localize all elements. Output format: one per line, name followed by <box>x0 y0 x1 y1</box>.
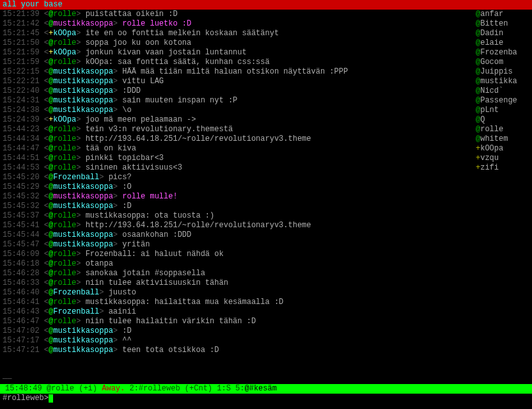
message-text: http://193.64.18.251/~rolle/revolutionar… <box>86 134 311 143</box>
message-text: niin tulee hailaitin värikin tähän :D <box>86 317 256 326</box>
nick[interactable]: Frozenball <box>53 288 99 297</box>
message-text: puistattaa oikein :D <box>86 10 178 19</box>
nicklist-name: zifi <box>480 163 499 172</box>
nick[interactable]: mustikkasoppa <box>53 96 113 105</box>
nicklist-item[interactable]: @anfar <box>476 10 532 19</box>
nicklist-name: rolle <box>480 125 503 134</box>
nick[interactable]: rolle <box>53 58 76 67</box>
nicklist-name: Gocom <box>480 58 503 67</box>
nicklist-item[interactable]: @Nicd` <box>476 86 532 96</box>
chat-line: 15:45:41 <@rolle> http://193.64.18.251/~… <box>0 221 474 230</box>
nick[interactable]: rolle <box>53 298 76 307</box>
nick[interactable]: rolle <box>53 154 76 163</box>
chat-line: 15:45:32 <@mustikkasoppa> :D <box>0 202 474 211</box>
chat-line: 15:24:38 <@mustikkasoppa> \o <box>0 106 474 115</box>
nick[interactable]: mustikkasoppa <box>53 19 113 28</box>
chat-log[interactable]: 15:21:39 <@rolle> puistattaa oikein :D15… <box>0 10 474 374</box>
chat-line: 15:47:21 <@mustikkasoppa> teen tota otsi… <box>0 346 474 355</box>
nicklist-name: mustikka <box>480 77 517 86</box>
nick[interactable]: mustikkasoppa <box>53 202 113 211</box>
nick[interactable]: mustikkasoppa <box>53 86 113 95</box>
chat-line: 15:46:43 <@Frozenball> aainii <box>0 307 474 317</box>
nicklist-name: Q <box>480 115 485 124</box>
message-text: :D <box>122 326 131 335</box>
message-text: juusto <box>109 288 136 297</box>
cursor <box>49 394 53 403</box>
nicklist-item[interactable]: @elaie <box>476 38 532 48</box>
nick[interactable]: rolle <box>53 163 76 172</box>
nick[interactable]: kOOpa <box>53 48 76 57</box>
nicklist-item[interactable]: @Bitten <box>476 19 532 29</box>
nick[interactable]: mustikkasoppa <box>53 240 113 249</box>
nicklist-item[interactable]: +zifi <box>476 163 532 173</box>
nick[interactable]: mustikkasoppa <box>53 182 113 191</box>
nick[interactable]: rolle <box>53 211 76 220</box>
chat-line: 15:44:47 <@rolle> tää on kiva <box>0 144 474 154</box>
nicklist-item[interactable]: @rolle <box>476 125 532 134</box>
timestamp: 15:21:59 <box>3 58 40 67</box>
nick[interactable]: mustikkasoppa <box>53 192 113 201</box>
timestamp: 15:21:39 <box>3 10 40 19</box>
nick[interactable]: mustikkasoppa <box>53 67 113 76</box>
timestamp: 15:24:31 <box>3 96 40 105</box>
timestamp: 15:47:21 <box>3 346 40 355</box>
nicklist-item[interactable]: @Gocom <box>476 58 532 67</box>
timestamp: 15:46:28 <box>3 269 40 278</box>
message-text: vittu LAG <box>122 77 164 86</box>
topic-text: all your base <box>3 0 63 9</box>
nick[interactable]: mustikkasoppa <box>53 336 113 345</box>
nicklist-name: anfar <box>480 10 503 19</box>
message-text: soppa joo ku oon kotona <box>86 38 192 47</box>
status-activity-chan: @#kesäm <box>245 384 277 393</box>
nicklist[interactable]: @anfar@Bitten@Dadin@elaie@Frozenba@Gocom… <box>474 10 532 374</box>
nicklist-item[interactable]: @mustikka <box>476 77 532 86</box>
nicklist-item[interactable]: +vzqu <box>476 154 532 163</box>
nick[interactable]: mustikkasoppa <box>53 326 113 335</box>
divider: ── <box>0 374 532 384</box>
nick[interactable]: kOOpa <box>53 115 76 124</box>
nicklist-item[interactable]: +kOOpa <box>476 144 532 154</box>
nicklist-name: kOOpa <box>480 144 503 153</box>
nick[interactable]: rolle <box>53 221 76 230</box>
nick[interactable]: rolle <box>53 144 76 153</box>
chat-line: 15:45:32 <@mustikkasoppa> rolle mulle! <box>0 192 474 202</box>
message-text: :D <box>122 202 131 211</box>
nicklist-item[interactable]: @Juippis <box>476 67 532 77</box>
chat-line: 15:46:41 <@rolle> mustikkasoppa: hailait… <box>0 298 474 307</box>
nicklist-name: vzqu <box>480 154 499 163</box>
timestamp: 15:45:37 <box>3 211 40 220</box>
nick[interactable]: Frozenball <box>53 307 99 316</box>
nick[interactable]: rolle <box>53 317 76 326</box>
nick[interactable]: kOOpa <box>53 29 76 38</box>
nick[interactable]: mustikkasoppa <box>53 346 113 355</box>
nick[interactable]: Frozenball <box>53 173 99 182</box>
timestamp: 15:24:38 <box>3 106 40 115</box>
message-text: http://193.64.18.251/~rolle/revolutionar… <box>86 221 311 230</box>
nick[interactable]: mustikkasoppa <box>53 106 113 115</box>
nicklist-item[interactable]: @Frozenba <box>476 48 532 58</box>
nick[interactable]: mustikkasoppa <box>53 230 113 239</box>
nick[interactable]: mustikkasoppa <box>53 77 113 86</box>
nick[interactable]: rolle <box>53 278 76 287</box>
nick[interactable]: rolle <box>53 250 76 259</box>
chat-line: 15:44:53 <@rolle> sininen aktiivisuus<3 <box>0 163 474 173</box>
nicklist-item[interactable]: @Passenge <box>476 96 532 106</box>
message-text: ite en oo fonttia melkein koskaan säätän… <box>86 29 279 38</box>
nicklist-item[interactable]: @Q <box>476 115 532 125</box>
nicklist-item[interactable]: @Dadin <box>476 29 532 38</box>
nick[interactable]: rolle <box>53 269 76 278</box>
nick[interactable]: rolle <box>53 125 76 134</box>
message-text: sanokaa jotain #soppasella <box>86 269 205 278</box>
nicklist-item[interactable]: @whitem <box>476 134 532 144</box>
nick[interactable]: rolle <box>53 38 76 47</box>
message-text: yritän <box>122 240 150 249</box>
message-text: niin tulee aktiviisuuskin tähän <box>86 278 228 287</box>
timestamp: 15:21:59 <box>3 48 40 57</box>
nick[interactable]: rolle <box>53 134 76 143</box>
chat-line: 15:44:34 <@rolle> http://193.64.18.251/~… <box>0 134 474 144</box>
input-bar[interactable]: #rolleweb> <box>0 394 532 403</box>
nicklist-name: pLnt <box>480 106 499 115</box>
nicklist-item[interactable]: @pLnt <box>476 106 532 115</box>
nick[interactable]: rolle <box>53 259 76 268</box>
nick[interactable]: rolle <box>53 10 76 19</box>
